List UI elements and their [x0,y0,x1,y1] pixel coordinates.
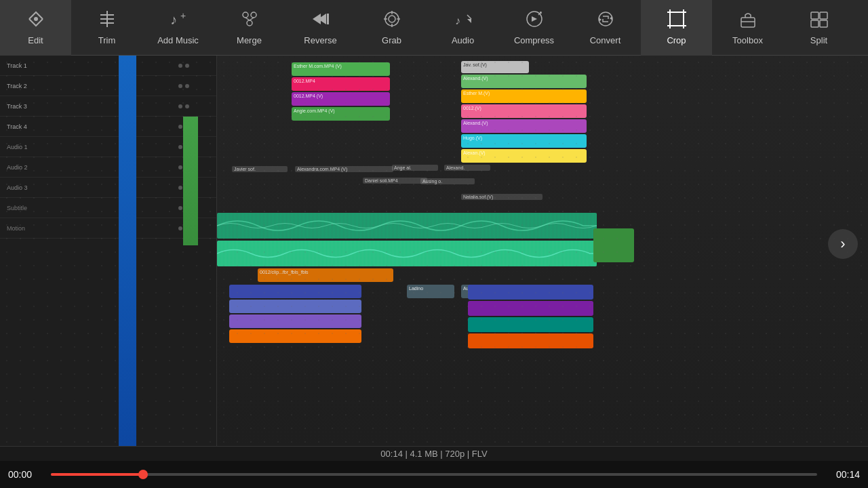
tool-edit[interactable]: Edit [0,0,71,56]
svg-marker-23 [467,19,471,23]
timeline-area: Track 1 Track 2 Track 3 Track 4 Audio 1 … [0,56,868,446]
chevron-right-icon: › [840,235,845,253]
clip-alexandra-v[interactable]: Alexandra.com.MP4 (V) [295,166,393,172]
trim-icon [98,9,117,31]
edit-icon [26,9,45,31]
add-music-label: Add Music [157,35,199,45]
reverse-icon [311,9,330,31]
svg-point-0 [34,17,38,21]
svg-rect-41 [820,12,827,19]
progress-thumb[interactable] [138,470,148,479]
clip-hugo-cyan[interactable]: Hugo.(V) [461,134,587,148]
clip-bottom-orange[interactable]: 0012/clip...fbr_fbls_fbls [258,268,393,282]
reverse-label: Reverse [304,35,336,45]
next-arrow-button[interactable]: › [828,229,858,259]
track-row-2: Track 2 [0,76,216,96]
svg-marker-27 [610,16,612,20]
clip-bottom-purple-1[interactable] [229,314,361,328]
svg-text:♪: ♪ [455,15,460,26]
clip-alexand-right2[interactable]: Alexand. [444,165,490,171]
svg-text:♪: ♪ [170,12,177,27]
clip-javier-sof[interactable]: Javier sof. [232,166,288,172]
time-start: 00:00 [8,469,45,480]
clip-natalia[interactable]: Natalia.sof.(V) [461,194,542,200]
clip-ausing[interactable]: Ausing o. [420,178,475,184]
waveform-track-2 [217,241,597,266]
svg-line-22 [467,15,471,19]
clip-esther-orange[interactable]: Esther M.(V) [461,89,587,103]
toolbox-icon [738,9,757,31]
svg-rect-29 [670,12,684,26]
progress-track[interactable] [51,473,817,476]
playhead-indicator [119,56,136,446]
clip-esther-m-v[interactable]: Esther M.com.MP4 (V) [292,62,390,76]
trim-label: Trim [98,35,116,45]
audio-icon: ♪ [454,9,473,31]
progress-bar[interactable]: 00:00 00:14 [0,461,868,488]
svg-marker-25 [532,16,537,22]
compress-label: Compress [514,35,554,45]
svg-point-8 [251,12,256,18]
tool-toolbox[interactable]: Toolbox [712,0,783,56]
tool-grab[interactable]: Grab [356,0,427,56]
tool-trim[interactable]: Trim [71,0,142,56]
track-row-3: Track 3 [0,96,216,117]
clip-far-right-orange[interactable] [468,333,593,348]
clip-far-right-purple[interactable] [468,301,593,316]
clip-alexand-purple[interactable]: Alexand.(V) [461,119,587,133]
clip-alexand-green[interactable]: Alexand.(V) [461,75,587,88]
svg-rect-38 [741,18,755,27]
clip-0012[interactable]: 0012.MP4 [292,77,390,91]
clip-alexan-yellow[interactable]: Alexan.(V) [461,149,587,163]
clip-angie-v[interactable]: Angie.com.MP4 (V) [292,107,390,121]
audio-label: Audio [452,35,474,45]
track-row-1: Track 1 [0,56,216,76]
svg-rect-43 [820,20,827,27]
status-bar: 00:14 | 4.1 MB | 720p | FLV [0,446,868,461]
tool-merge[interactable]: Merge [214,0,285,56]
convert-label: Convert [590,35,621,45]
in-point-marker [183,117,198,245]
svg-marker-13 [313,14,321,24]
tool-crop[interactable]: Crop [641,0,712,56]
svg-point-16 [389,16,395,22]
clip-bottom-blue-1[interactable] [229,285,361,298]
waveform-track-3 [593,228,634,262]
clip-ange-al[interactable]: Ange al. [392,165,438,171]
tool-reverse[interactable]: Reverse [285,0,356,56]
svg-point-9 [247,20,252,26]
clip-0012-right[interactable]: 0012.(V) [461,104,587,118]
clip-jav-v-right[interactable]: Jav. sof.(V) [461,61,529,73]
toolbar: Edit Trim ♪ + Add Music [0,0,868,56]
waveform-track-1 [217,213,597,239]
tool-add-music[interactable]: ♪ + Add Music [142,0,214,56]
clips-canvas: Esther M.com.MP4 (V) 0012.MP4 0012.MP4 (… [217,56,841,446]
clip-daniel-soli[interactable]: Daniel soli.MP4 [363,178,427,184]
tool-split[interactable]: Split [783,0,854,56]
status-info: 00:14 | 4.1 MB | 720p | FLV [380,449,487,459]
clip-0012-v[interactable]: 0012.MP4 (V) [292,92,390,106]
svg-line-11 [250,18,254,20]
merge-label: Merge [237,35,262,45]
clip-right-bottom-1[interactable]: Ladino [407,285,454,298]
track-labels-panel: Track 1 Track 2 Track 3 Track 4 Audio 1 … [0,56,217,446]
tool-audio[interactable]: ♪ Audio [427,0,498,56]
merge-icon [240,9,259,31]
grab-label: Grab [382,35,401,45]
tool-compress[interactable]: Compress [498,0,570,56]
svg-text:+: + [180,10,186,21]
crop-label: Crop [667,35,686,45]
clip-far-right-teal[interactable] [468,317,593,332]
svg-point-26 [599,12,612,26]
tool-convert[interactable]: Convert [570,0,641,56]
clip-bottom-blue-2[interactable] [229,300,361,313]
clip-far-right-blue[interactable] [468,285,593,300]
progress-fill [51,473,143,476]
crop-icon [667,9,686,31]
convert-icon [596,9,615,31]
svg-rect-42 [811,20,818,27]
svg-line-10 [245,18,250,20]
clip-bottom-orange-bottom[interactable] [229,329,361,343]
time-end: 00:14 [823,469,860,480]
toolbox-label: Toolbox [732,35,763,45]
